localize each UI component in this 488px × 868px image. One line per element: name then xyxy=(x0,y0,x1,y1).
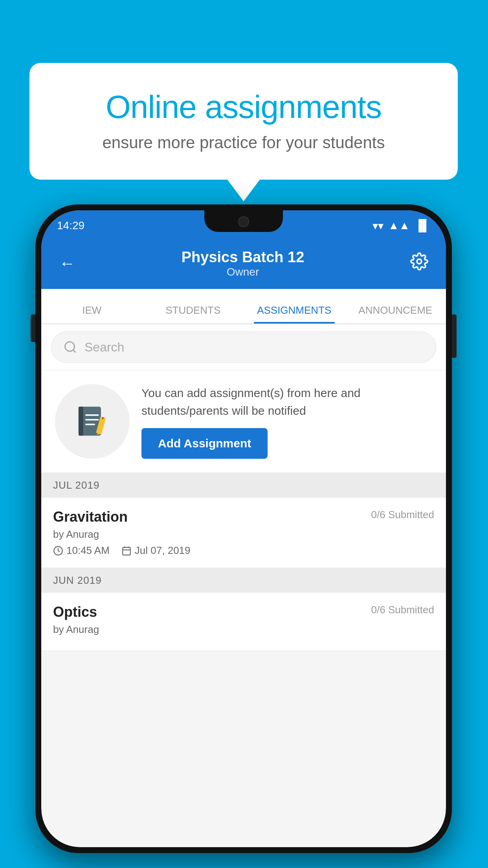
svg-rect-12 xyxy=(123,547,130,555)
notebook-icon xyxy=(74,403,111,440)
settings-button[interactable] xyxy=(406,248,432,278)
search-placeholder: Search xyxy=(84,340,124,355)
speech-bubble-container: Online assignments ensure more practice … xyxy=(29,63,458,180)
add-assignment-button[interactable]: Add Assignment xyxy=(141,428,268,459)
add-assignment-content: You can add assignment(s) from here and … xyxy=(141,384,432,459)
assignment-date: Jul 07, 2019 xyxy=(121,544,191,557)
assignment-by: by Anurag xyxy=(53,528,434,541)
time-value: 10:45 AM xyxy=(66,544,110,557)
tab-iew[interactable]: IEW xyxy=(41,304,143,324)
tab-announcements[interactable]: ANNOUNCEME xyxy=(345,304,446,324)
status-icons: ▾▾ ▲▲ ▐▌ xyxy=(372,219,430,232)
svg-point-1 xyxy=(65,342,75,351)
assignment-name: Gravitation xyxy=(53,509,128,525)
wifi-icon: ▾▾ xyxy=(372,219,383,232)
assignment-by-optics: by Anurag xyxy=(53,623,434,636)
volume-button xyxy=(31,314,35,342)
status-time: 14:29 xyxy=(57,219,84,232)
assignment-submitted: 0/6 Submitted xyxy=(371,509,434,521)
battery-icon: ▐▌ xyxy=(415,219,430,232)
assignment-item-gravitation[interactable]: Gravitation 0/6 Submitted by Anurag 10:4… xyxy=(41,498,446,568)
camera xyxy=(238,216,249,227)
phone-device: 14:29 ▾▾ ▲▲ ▐▌ ← Physics Batch 12 Owner xyxy=(35,204,452,853)
assignment-item-optics[interactable]: Optics 0/6 Submitted by Anurag xyxy=(41,593,446,651)
speech-bubble: Online assignments ensure more practice … xyxy=(29,63,458,180)
assignment-meta: 10:45 AM Jul 07, 2019 xyxy=(53,544,434,557)
bubble-title: Online assignments xyxy=(59,88,428,125)
assignment-row1: Gravitation 0/6 Submitted xyxy=(53,509,434,525)
phone-inner: 14:29 ▾▾ ▲▲ ▐▌ ← Physics Batch 12 Owner xyxy=(41,210,446,847)
svg-point-0 xyxy=(417,259,422,264)
search-box[interactable]: Search xyxy=(51,331,436,363)
svg-line-2 xyxy=(73,350,76,353)
svg-line-10 xyxy=(103,417,103,419)
notch xyxy=(204,210,283,232)
power-button xyxy=(452,314,457,358)
gear-icon xyxy=(410,252,428,270)
app-bar: ← Physics Batch 12 Owner xyxy=(41,238,446,289)
signal-icon: ▲▲ xyxy=(388,219,410,232)
assignment-submitted-optics: 0/6 Submitted xyxy=(371,604,434,616)
back-button[interactable]: ← xyxy=(55,250,79,277)
date-value: Jul 07, 2019 xyxy=(135,544,191,557)
add-assignment-desc: You can add assignment(s) from here and … xyxy=(141,384,432,419)
app-bar-subtitle: Owner xyxy=(79,266,406,278)
assignment-time: 10:45 AM xyxy=(53,544,110,557)
month-header-jul: JUL 2019 xyxy=(41,473,446,498)
assignment-row1-optics: Optics 0/6 Submitted xyxy=(53,604,434,620)
bubble-subtitle: ensure more practice for your students xyxy=(59,133,428,152)
app-bar-title: Physics Batch 12 xyxy=(79,249,406,266)
app-bar-title-container: Physics Batch 12 Owner xyxy=(79,249,406,278)
assignment-name-optics: Optics xyxy=(53,604,97,620)
tab-students[interactable]: STUDENTS xyxy=(143,304,244,324)
assignment-icon-circle xyxy=(55,384,130,459)
search-icon xyxy=(63,340,77,354)
clock-icon xyxy=(53,546,63,556)
month-header-jun: JUN 2019 xyxy=(41,568,446,593)
add-assignment-section: You can add assignment(s) from here and … xyxy=(41,370,446,473)
calendar-icon xyxy=(121,546,132,556)
screen: 14:29 ▾▾ ▲▲ ▐▌ ← Physics Batch 12 Owner xyxy=(41,210,446,847)
tab-assignments[interactable]: ASSIGNMENTS xyxy=(244,304,345,324)
tabs-container: IEW STUDENTS ASSIGNMENTS ANNOUNCEME xyxy=(41,289,446,324)
search-container: Search xyxy=(41,324,446,370)
svg-rect-4 xyxy=(78,406,83,436)
